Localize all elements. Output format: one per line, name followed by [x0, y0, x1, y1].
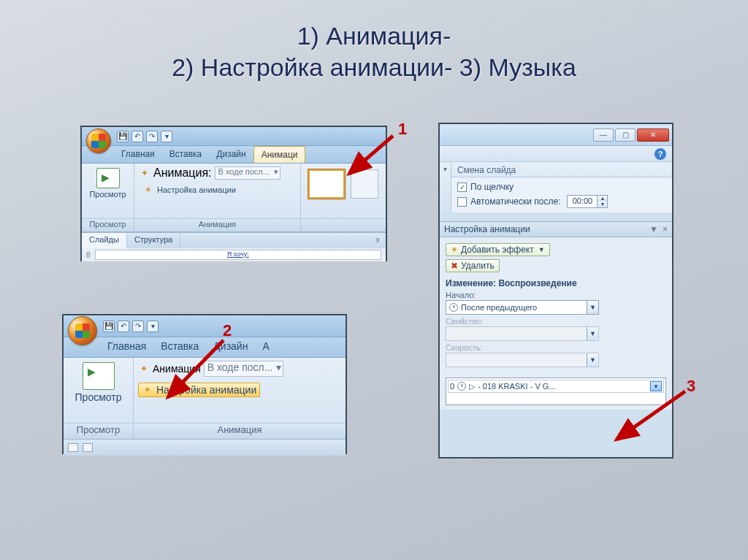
label-property: Свойство: — [446, 317, 666, 326]
play-triangle-icon: ▷ — [469, 382, 475, 391]
normal-view-icon[interactable] — [68, 443, 78, 452]
combo-start[interactable]: После предыдущего ▼ — [446, 300, 599, 315]
pane-menu-icon[interactable]: ▼ — [649, 224, 658, 234]
arrow-1 — [336, 131, 402, 190]
qat-more-icon[interactable]: ▾ — [161, 131, 172, 142]
undo-icon[interactable]: ↶ — [131, 131, 143, 142]
remove-effect-label: Удалить — [461, 261, 495, 271]
help-icon[interactable]: ? — [654, 148, 666, 160]
checkbox-auto-after[interactable] — [457, 197, 467, 207]
preview-button[interactable]: Просмотр — [68, 361, 129, 404]
ribbon-group-preview: Просмотр Просмотр — [64, 358, 134, 439]
sorter-view-icon[interactable] — [83, 443, 93, 452]
field-speed: Скорость: ▼ — [446, 343, 666, 367]
chevron-down-icon: ▼ — [587, 353, 598, 367]
minimize-button[interactable]: — — [593, 129, 614, 142]
auto-after-spinner[interactable]: 00:00 ▲▼ — [567, 195, 608, 208]
slide-pane-tabs: Слайды Структура x — [82, 232, 386, 248]
animate-icon: ✦ — [138, 363, 150, 375]
office-logo-icon — [91, 134, 106, 148]
dropdown-sliver[interactable]: ▾ — [440, 162, 451, 212]
office-button[interactable] — [68, 316, 97, 345]
maximize-button[interactable]: ▢ — [615, 129, 636, 142]
redo-icon[interactable]: ↷ — [146, 131, 158, 142]
slide-number: 8 — [86, 251, 91, 259]
quick-access-toolbar: 💾 ↶ ↷ ▾ — [64, 315, 346, 337]
remove-effect-button[interactable]: ✖ Удалить — [446, 259, 500, 272]
preview-label: Просмотр — [89, 190, 126, 199]
ribbon-group-animation: ✦ Анимация: В ходе посл... ✴ Настройка а… — [134, 164, 301, 231]
tab-home[interactable]: Главная — [114, 146, 162, 163]
redo-icon[interactable]: ↷ — [132, 321, 144, 332]
page-title: 1) Анимация- 2) Настройка анимации- 3) М… — [0, 0, 748, 90]
undo-icon[interactable]: ↶ — [118, 321, 129, 332]
gear-star-icon: ✴ — [142, 384, 153, 396]
play-icon — [83, 362, 115, 390]
item-text: - 018 KRASKI - V G... — [478, 382, 555, 391]
label-auto-after: Автоматически после: — [470, 196, 560, 207]
custom-animation-label: Настройка анимации — [157, 185, 236, 194]
group-label-preview: Просмотр — [82, 218, 134, 231]
slide-thumbnail-row: 8 Я хочу: — [82, 248, 386, 261]
tab-animation-cut[interactable]: А — [255, 337, 276, 357]
transition-section-header: Смена слайда — [451, 162, 672, 177]
spin-down-icon[interactable]: ▼ — [598, 202, 607, 207]
slide-text: Я хочу: — [227, 250, 249, 258]
play-icon — [96, 168, 120, 188]
animate-icon: ✦ — [139, 167, 150, 179]
chevron-down-icon: ▼ — [587, 327, 598, 340]
window-title-bar: — ▢ ✕ — [440, 124, 672, 146]
field-property: Свойство: ▼ — [446, 317, 666, 341]
animate-dropdown[interactable]: В ходе посл... — [215, 166, 280, 180]
clock-icon — [449, 303, 458, 312]
qat-more-icon[interactable]: ▾ — [147, 321, 159, 332]
label-speed: Скорость: — [446, 343, 666, 352]
office-logo-icon — [75, 323, 90, 338]
arrow-2 — [153, 336, 234, 409]
slide-thumbnail[interactable]: Я хочу: — [95, 250, 381, 260]
tab-outline[interactable]: Структура — [127, 233, 180, 248]
group-label-preview: Просмотр — [64, 423, 133, 439]
animate-label: Анимация: — [153, 166, 212, 180]
field-start: Начало: После предыдущего ▼ — [446, 291, 666, 315]
tab-home[interactable]: Главная — [100, 337, 153, 357]
office-button[interactable] — [86, 129, 111, 153]
close-pane-icon[interactable]: x — [370, 233, 386, 248]
chevron-down-icon[interactable]: ▼ — [587, 301, 598, 314]
svg-line-1 — [168, 340, 224, 397]
tab-animation[interactable]: Анимаци — [253, 146, 306, 163]
ribbon-group-preview: Просмотр Просмотр — [82, 164, 134, 231]
tab-insert[interactable]: Вставка — [162, 146, 210, 163]
combo-speed-disabled: ▼ — [446, 353, 599, 367]
delete-x-icon: ✖ — [451, 261, 458, 271]
clock-icon — [457, 382, 466, 391]
view-switch-strip — [64, 440, 346, 456]
svg-line-2 — [617, 391, 685, 440]
animation-pane-title: Настройка анимации — [444, 224, 530, 234]
close-button[interactable]: ✕ — [637, 129, 669, 142]
save-icon[interactable]: 💾 — [103, 321, 115, 332]
animation-pane-body: ✴ Добавить эффект ▼ ✖ Удалить Изменение:… — [440, 237, 672, 410]
auto-after-value: 00:00 — [568, 196, 597, 207]
spin-up-icon[interactable]: ▲ — [598, 196, 607, 202]
title-line-2: 2) Настройка анимации- 3) Музыка — [172, 53, 576, 81]
tab-design[interactable]: Дизайн — [209, 146, 253, 163]
item-index: 0 — [450, 382, 454, 391]
label-on-click: По щелчку — [470, 182, 514, 192]
value-start: После предыдущего — [461, 303, 537, 312]
pane-close-icon[interactable]: × — [663, 224, 668, 234]
save-icon[interactable]: 💾 — [117, 131, 129, 142]
checkbox-on-click[interactable]: ✓ — [457, 183, 467, 192]
tab-slides[interactable]: Слайды — [82, 233, 127, 248]
add-effect-button[interactable]: ✴ Добавить эффект ▼ — [446, 243, 550, 256]
custom-animation-button[interactable]: ✴ Настройка анимации — [139, 183, 240, 197]
transition-options: ✓ По щелчку Автоматически после: 00:00 ▲… — [451, 177, 672, 212]
combo-property-disabled: ▼ — [446, 326, 599, 341]
preview-button[interactable]: Просмотр — [86, 166, 129, 200]
arrow-3 — [606, 387, 694, 453]
group-label-transition — [301, 218, 386, 231]
star-add-icon: ✴ — [451, 245, 458, 255]
title-line-1: 1) Анимация- — [297, 22, 451, 50]
label-start: Начало: — [446, 291, 666, 299]
chevron-down-icon: ▼ — [538, 246, 545, 253]
